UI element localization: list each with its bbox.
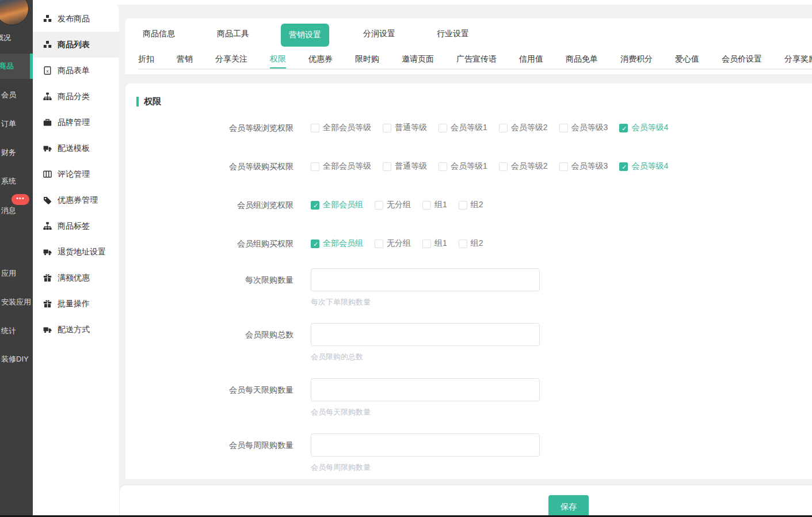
tab-profit-settings[interactable]: 分润设置 (363, 18, 395, 48)
member-total-limit-input[interactable] (311, 323, 540, 346)
checkbox-option[interactable]: 会员等级2 (499, 123, 548, 133)
checkbox-icon (422, 240, 431, 248)
sidebar-item-finance[interactable]: 财务 (0, 147, 33, 158)
sidebar-item-messages[interactable]: 消息 (0, 205, 33, 216)
sidebar-item-label: 商品分类 (58, 92, 90, 102)
subtab-love-value[interactable]: 爱心值 (675, 48, 699, 74)
sidebar-item-goods-tags[interactable]: 商品标签 (33, 213, 119, 239)
subtab-invite-page[interactable]: 邀请页面 (402, 48, 434, 74)
subtab-coupon[interactable]: 优惠券 (308, 48, 333, 74)
member-level-buy-options: 全部会员等级 普通等级 会员等级1 会员等级2 会员等级3 会员等级4 (311, 161, 668, 172)
columns-icon (43, 170, 52, 178)
checkbox-option[interactable]: 组1 (422, 238, 447, 249)
checkbox-icon (311, 124, 319, 132)
sidebar-item-label: 批量操作 (58, 299, 90, 309)
subtab-discount[interactable]: 折扣 (138, 48, 154, 74)
checkbox-icon (559, 124, 568, 132)
save-button[interactable]: 保存 (548, 495, 589, 517)
subtab-share-reward[interactable]: 分享奖励 (784, 48, 812, 74)
tab-industry-settings[interactable]: 行业设置 (437, 18, 469, 48)
checkbox-option-checked[interactable]: 会员等级4 (619, 123, 668, 133)
field-hint: 每次下单限购数量 (311, 297, 371, 307)
checkbox-checked-icon (311, 201, 319, 210)
sidebar-item-label: 商品列表 (58, 40, 90, 50)
truck-icon (43, 248, 52, 256)
top-strip (33, 0, 812, 5)
sidebar-item-batch-operations[interactable]: 批量操作 (33, 291, 119, 317)
sidebar-item-publish-goods[interactable]: 发布商品 (33, 6, 119, 32)
subtab-permissions[interactable]: 权限 (270, 48, 286, 74)
truck-icon (43, 144, 52, 153)
sidebar-item-decorate-diy[interactable]: 装修DIY (0, 353, 33, 365)
sidebar-item-goods-category[interactable]: 商品分类 (33, 83, 119, 109)
sidebar-item-coupon-management[interactable]: 优惠券管理 (33, 187, 119, 213)
sidebar-item-label: 配送方式 (58, 325, 90, 335)
checkbox-label: 会员等级3 (571, 123, 608, 133)
checkbox-option[interactable]: 会员等级1 (439, 161, 487, 172)
checkbox-option[interactable]: 会员等级3 (559, 123, 608, 133)
tab-marketing-settings[interactable]: 营销设置 (281, 24, 329, 47)
section-accent-bar (136, 97, 139, 107)
sidebar-item-install-apps[interactable]: 安装应用 (0, 296, 33, 308)
sidebar-item-goods-list[interactable]: 商品列表 (33, 32, 119, 58)
sidebar-item-goods-form[interactable]: x 商品表单 (33, 58, 119, 83)
avatar[interactable] (0, 0, 29, 25)
checkbox-option[interactable]: 组2 (459, 238, 483, 249)
member-weekly-limit-input[interactable] (311, 434, 540, 457)
sidebar-item-delivery-method[interactable]: 配送方式 (33, 317, 119, 343)
sidebar-item-overview[interactable]: 概况 (0, 32, 29, 44)
field-label: 会员每周限购数量 (125, 439, 293, 451)
checkbox-option[interactable]: 全部会员等级 (311, 123, 371, 133)
checkbox-option-checked[interactable]: 会员等级4 (619, 161, 668, 172)
briefcase-icon (43, 118, 52, 127)
footer-bar: 保存 (120, 485, 812, 517)
member-group-buy-options: 全部会员组 无分组 组1 组2 (311, 238, 483, 249)
subtab-member-price[interactable]: 会员价设置 (722, 48, 762, 74)
checkbox-option[interactable]: 会员等级2 (499, 161, 548, 172)
checkbox-icon (499, 162, 508, 171)
checkbox-option-checked[interactable]: 全部会员组 (311, 200, 363, 210)
checkbox-label: 会员等级2 (511, 123, 548, 133)
checkbox-label: 会员等级1 (451, 123, 487, 133)
checkbox-icon (439, 124, 447, 132)
sidebar-item-label: 品牌管理 (58, 117, 90, 128)
subtab-share-follow[interactable]: 分享关注 (215, 48, 247, 74)
checkbox-option[interactable]: 无分组 (375, 200, 411, 210)
sidebar-item-statistics[interactable]: 统计 (0, 325, 33, 337)
sidebar-item-comment-management[interactable]: 评论管理 (33, 161, 119, 187)
subtab-marketing[interactable]: 营销 (177, 48, 193, 74)
checkbox-option[interactable]: 组2 (459, 200, 483, 210)
checkbox-label: 会员等级1 (451, 161, 487, 172)
sidebar-item-return-address[interactable]: 退货地址设置 (33, 239, 119, 265)
tab-goods-tools[interactable]: 商品工具 (217, 18, 249, 48)
sidebar-item-members[interactable]: 会员 (0, 89, 33, 101)
tab-goods-info[interactable]: 商品信息 (143, 18, 175, 48)
checkbox-option-checked[interactable]: 全部会员组 (311, 238, 363, 249)
checkbox-icon (499, 124, 508, 132)
sidebar-item-full-discount[interactable]: 满额优惠 (33, 265, 119, 291)
sidebar-item-orders[interactable]: 订单 (0, 118, 33, 130)
subtab-flash-sale[interactable]: 限时购 (355, 48, 379, 74)
tabs-card: 商品信息 商品工具 营销设置 分润设置 行业设置 折扣 营销 分享关注 权限 优… (125, 18, 812, 74)
checkbox-option[interactable]: 普通等级 (383, 123, 427, 133)
sidebar-item-delivery-template[interactable]: 配送模板 (33, 135, 119, 161)
checkbox-option[interactable]: 无分组 (375, 238, 411, 249)
checkbox-label: 组2 (471, 238, 483, 249)
checkbox-option[interactable]: 组1 (422, 200, 447, 210)
subtab-credit-value[interactable]: 信用值 (519, 48, 543, 74)
sidebar-item-brand-management[interactable]: 品牌管理 (33, 109, 119, 135)
sidebar-item-system[interactable]: 系统 (0, 176, 33, 187)
checkbox-icon (439, 162, 447, 171)
member-daily-limit-input[interactable] (311, 378, 540, 401)
subtab-ad-slogan[interactable]: 广告宣传语 (456, 48, 497, 74)
subtab-goods-free[interactable]: 商品免单 (566, 48, 598, 74)
checkbox-option[interactable]: 会员等级3 (559, 161, 608, 172)
per-order-limit-input[interactable] (311, 268, 540, 291)
sidebar-item-goods[interactable]: 商品 (0, 60, 31, 72)
checkbox-option[interactable]: 全部会员等级 (311, 161, 371, 172)
sidebar-item-apps[interactable]: 应用 (0, 268, 33, 279)
checkbox-option[interactable]: 会员等级1 (439, 123, 487, 133)
subtab-consume-points[interactable]: 消费积分 (620, 48, 653, 74)
field-label: 会员组购买权限 (125, 238, 293, 249)
checkbox-option[interactable]: 普通等级 (383, 161, 427, 172)
